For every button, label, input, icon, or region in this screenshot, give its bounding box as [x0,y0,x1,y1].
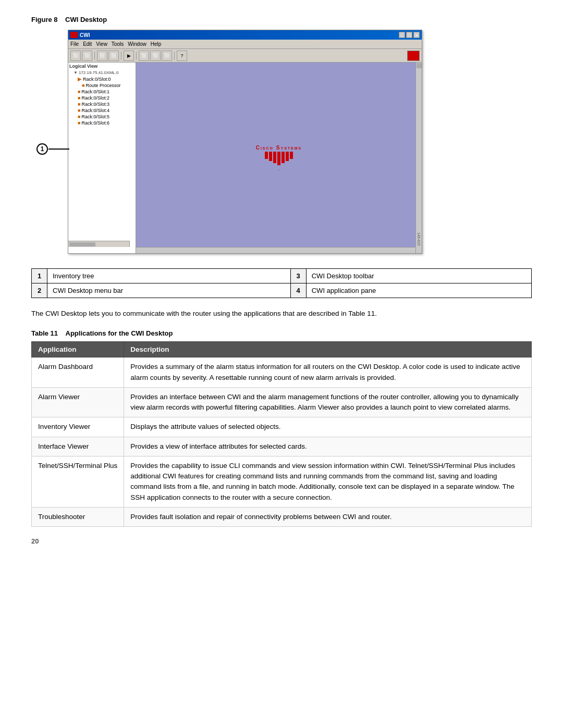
maximize-btn: □ [406,32,412,38]
figure-title: CWI Desktop [65,16,107,23]
table-caption: Table 11 Applications for the CWI Deskto… [31,329,532,337]
tree-item-slot3: ■ Rack:0/Slot:3 [69,101,134,107]
cwi-titlebar: CWI _ □ × [68,30,422,40]
cisco-line-6 [286,152,289,161]
tree-item-ip: 172.19.75.41.0XML.0 [79,70,119,75]
inventory-tree-panel: Logical View ▼ 172.19.75.41.0XML.0 ▶ Rac… [68,63,136,253]
tree-slot5-label: Rack:0/Slot:5 [81,114,109,119]
cisco-line-1 [265,152,268,159]
toolbar-btn-4: ⬜ [108,51,119,61]
app-desc-cell: Provides the capability to issue CLI com… [124,456,532,507]
legend-table: 1 Inventory tree 3 CWI Desktop toolbar 2… [31,268,532,298]
tree-item-slot1: ■ Rack:0/Slot:1 [69,89,134,95]
menu-help: Help [151,41,162,47]
cisco-logo-lines [265,152,293,165]
page-number: 20 [31,537,532,545]
toolbar-btn-6: ⬜ [139,51,149,61]
table-label: Table 11 [31,329,58,337]
callout-1-arrow [48,149,69,150]
cisco-line-2 [269,152,272,161]
toolbar-btn-1: ⬜ [70,51,81,61]
watermark: 149-622 [417,232,421,246]
tree-slot4-icon: ■ [78,108,80,113]
cwi-desktop-mockup: CWI _ □ × File Edit View Tools Window He… [68,30,422,254]
cisco-logo-area: Cisco Systems . [256,145,302,171]
legend-num-3: 3 [290,269,306,283]
menu-window: Window [128,41,146,47]
menu-edit: Edit [83,41,92,47]
tree-item-slot5: ■ Rack:0/Slot:5 [69,114,134,120]
app-scrollbar-right [415,63,422,253]
cwi-content: Logical View ▼ 172.19.75.41.0XML.0 ▶ Rac… [68,63,422,253]
tree-scrollbar-bottom [68,241,130,247]
menu-tools: Tools [112,41,124,47]
menu-view: View [96,41,107,47]
legend-label-1: Inventory tree [47,269,291,283]
app-name-cell: Interface Viewer [32,437,124,456]
toolbar-btn-7: ⬜ [150,51,161,61]
col-header-application: Application [32,342,124,357]
toolbar-sep-2 [121,52,121,60]
applications-table: Application Description Alarm DashboardP… [31,341,532,527]
figure-wrapper: 2 3 4 CWI _ □ × File Edit View Tools [31,30,532,254]
cwi-logo [70,32,78,38]
table-row: Alarm DashboardProvides a summary of the… [32,357,532,388]
tree-item-rp: ■ Route Processor [69,82,134,89]
legend-num-1: 1 [32,269,47,283]
app-name-cell: Alarm Dashboard [32,357,124,388]
tree-slot5-icon: ■ [78,114,80,119]
figure-label: Figure 8 [31,16,58,23]
tree-expand-icon: ▼ [74,70,78,75]
toolbar-right-icon [407,51,420,61]
body-text: The CWI Desktop lets you to communicate … [31,309,532,319]
tree-item-slot6: ■ Rack:0/Slot:6 [69,120,134,126]
toolbar-btn-2: ⬜ [82,51,92,61]
tree-slot2-label: Rack:0/Slot:2 [81,95,109,101]
window-controls: _ □ × [399,32,420,38]
tree-scrollbar-thumb [69,242,95,246]
tree-slot3-icon: ■ [78,102,80,107]
tree-label: Logical View [69,64,134,69]
table-row: TroubleshooterProvides fault isolation a… [32,507,532,526]
app-desc-cell: Provides a view of interface attributes … [124,437,532,456]
cisco-line-5 [282,152,285,163]
cisco-text: Cisco Systems [256,145,302,151]
cisco-dot: . [278,166,280,171]
legend-num-2: 2 [32,283,47,298]
table-row: Inventory ViewerDisplays the attribute v… [32,417,532,437]
tree-rp-icon: ■ [82,83,84,88]
tree-item-slot4: ■ Rack:0/Slot:4 [69,107,134,114]
tree-arrow-icon: ▶ [78,76,82,82]
cwi-app-pane: Cisco Systems . [136,63,422,253]
tree-slot3-label: Rack:0/Slot:3 [81,102,109,107]
tree-slot4-label: Rack:0/Slot:4 [81,108,109,113]
legend-num-4: 4 [290,283,306,298]
cwi-toolbar: ⬜ ⬜ ⬜ ⬜ ▶ ⬜ ⬜ ⬜ ? [68,49,422,63]
tree-slot2-icon: ■ [78,95,80,101]
toolbar-btn-9: ? [177,51,187,61]
app-scrollbar-bottom [136,247,415,253]
table-row: Alarm ViewerProvides an interface betwee… [32,387,532,417]
app-desc-cell: Displays the attribute values of selecte… [124,417,532,437]
toolbar-btn-5: ▶ [124,51,134,61]
tree-slot0-label: Rack:0/Slot:0 [83,77,111,82]
scrollbar-up-btn [417,63,422,68]
legend-label-3: CWI Desktop toolbar [306,269,531,283]
app-name-cell: Alarm Viewer [32,387,124,417]
toolbar-btn-3: ⬜ [97,51,107,61]
callout-1: 1 [36,143,48,155]
cwi-title: CWI [80,32,399,38]
toolbar-sep-4 [174,52,175,60]
menu-file: File [70,41,79,47]
figure-caption: Figure 8 CWI Desktop [31,16,532,23]
tree-slot1-icon: ■ [78,89,80,94]
app-name-cell: Telnet/SSH/Terminal Plus [32,456,124,507]
tree-item-slot0: ▶ Rack:0/Slot:0 [69,76,134,82]
close-btn: × [413,32,420,38]
minimize-btn: _ [399,32,405,38]
app-desc-cell: Provides fault isolation and repair of c… [124,507,532,526]
cisco-line-3 [273,152,276,163]
tree-item-slot2: ■ Rack:0/Slot:2 [69,95,134,101]
cisco-line-7 [290,152,293,159]
legend-label-2: CWI Desktop menu bar [47,283,291,298]
